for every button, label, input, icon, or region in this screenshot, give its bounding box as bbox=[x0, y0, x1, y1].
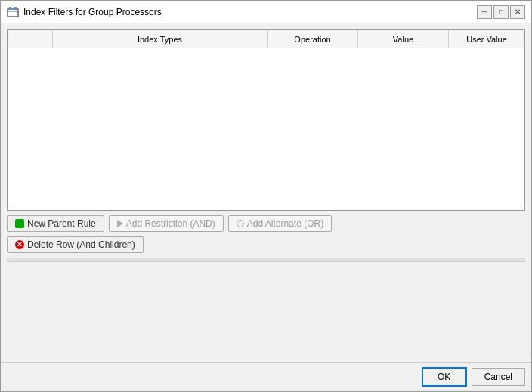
col-header-user-value: User Value bbox=[449, 30, 524, 48]
red-circle-icon: ✕ bbox=[15, 240, 24, 249]
table-body[interactable] bbox=[8, 48, 524, 211]
green-square-icon bbox=[15, 219, 24, 228]
col-header-value: Value bbox=[358, 30, 449, 48]
button-row-1: New Parent Rule Add Restriction (AND) Ad… bbox=[7, 215, 525, 232]
close-button[interactable]: ✕ bbox=[510, 5, 525, 19]
window-icon bbox=[7, 6, 19, 18]
section-divider bbox=[7, 258, 525, 262]
window-controls: ─ □ ✕ bbox=[477, 5, 525, 19]
col-header-operation: Operation bbox=[268, 30, 358, 48]
button-row-2: ✕ Delete Row (And Children) bbox=[7, 236, 525, 253]
add-restriction-label: Add Restriction (AND) bbox=[126, 218, 215, 229]
add-restriction-button[interactable]: Add Restriction (AND) bbox=[109, 215, 224, 232]
content-area: Index Types Operation Value User Value N… bbox=[1, 23, 531, 362]
table-header: Index Types Operation Value User Value bbox=[8, 30, 524, 48]
minimize-button[interactable]: ─ bbox=[477, 5, 492, 19]
svg-rect-0 bbox=[8, 9, 18, 17]
add-alternate-label: Add Alternate (OR) bbox=[247, 218, 323, 229]
ok-button[interactable]: OK bbox=[422, 367, 467, 387]
delete-row-button[interactable]: ✕ Delete Row (And Children) bbox=[7, 236, 144, 253]
svg-rect-2 bbox=[9, 7, 11, 10]
title-bar: Index Filters for Group Processors ─ □ ✕ bbox=[1, 1, 531, 23]
maximize-button[interactable]: □ bbox=[493, 5, 509, 19]
col-header-empty bbox=[8, 30, 53, 48]
triangle-icon bbox=[117, 220, 123, 227]
main-window: Index Filters for Group Processors ─ □ ✕… bbox=[0, 0, 532, 392]
col-header-index-types: Index Types bbox=[53, 30, 268, 48]
add-alternate-button[interactable]: Add Alternate (OR) bbox=[228, 215, 332, 232]
window-title: Index Filters for Group Processors bbox=[23, 7, 477, 17]
cancel-button[interactable]: Cancel bbox=[472, 368, 525, 386]
footer: OK Cancel bbox=[1, 362, 531, 391]
bottom-section bbox=[7, 267, 525, 356]
svg-rect-3 bbox=[14, 7, 17, 10]
circle-icon bbox=[237, 220, 244, 227]
delete-row-label: Delete Row (And Children) bbox=[27, 239, 135, 250]
filter-table: Index Types Operation Value User Value bbox=[7, 29, 525, 211]
new-parent-rule-label: New Parent Rule bbox=[27, 218, 96, 229]
new-parent-rule-button[interactable]: New Parent Rule bbox=[7, 215, 104, 232]
